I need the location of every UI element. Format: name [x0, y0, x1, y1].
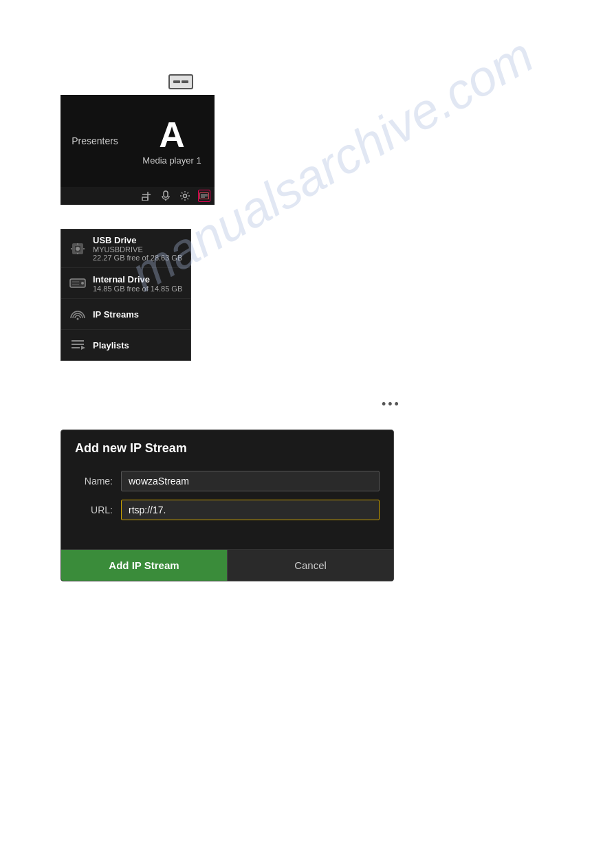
svg-point-16	[77, 318, 79, 320]
internal-size: 14.85 GB free of 14.85 GB	[93, 285, 182, 293]
crop-icon[interactable]	[140, 190, 153, 202]
dialog-footer: Add IP Stream Cancel	[61, 549, 393, 581]
file-browser: USB Drive MYUSBDRIVE 22.27 GB free of 28…	[61, 229, 191, 361]
playlists-icon	[68, 335, 87, 355]
name-row: Name:	[75, 471, 380, 491]
url-input[interactable]	[121, 500, 380, 520]
cancel-button[interactable]: Cancel	[227, 550, 393, 581]
ipstreams-name: IP Streams	[93, 309, 139, 320]
media-title: Media player 1	[142, 155, 201, 166]
media-letter: A	[159, 117, 185, 153]
svg-rect-3	[164, 191, 168, 197]
svg-marker-20	[81, 346, 85, 350]
file-item-usb[interactable]: USB Drive MYUSBDRIVE 22.27 GB free of 28…	[61, 230, 190, 268]
url-row: URL:	[75, 500, 380, 520]
svg-point-11	[76, 247, 80, 251]
svg-point-13	[81, 282, 84, 285]
ip-streams-icon	[68, 304, 87, 324]
svg-rect-0	[142, 197, 148, 201]
file-item-internal[interactable]: Internal Drive 14.85 GB free of 14.85 GB	[61, 268, 190, 299]
more-options-dots[interactable]: •••	[382, 397, 401, 412]
mic-icon[interactable]	[160, 190, 172, 202]
usb-name: USB Drive	[93, 235, 182, 245]
usb-icon	[68, 239, 87, 258]
add-ip-stream-button[interactable]: Add IP Stream	[61, 550, 227, 581]
usb-sub: MYUSBDRIVE	[93, 245, 182, 254]
url-label: URL:	[75, 504, 113, 515]
settings-icon[interactable]	[179, 190, 191, 202]
usb-size: 22.27 GB free of 28.63 GB	[93, 254, 182, 262]
add-ip-stream-dialog: Add new IP Stream Name: URL: Add IP Stre…	[61, 430, 394, 581]
name-input[interactable]	[121, 471, 380, 491]
dialog-title: Add new IP Stream	[61, 430, 393, 464]
media-player-icon[interactable]	[198, 190, 210, 202]
presenters-label: Presenters	[61, 95, 129, 187]
name-label: Name:	[75, 476, 113, 487]
file-item-ipstreams[interactable]: IP Streams	[61, 299, 190, 330]
internal-drive-icon	[68, 274, 87, 293]
file-item-playlists[interactable]: Playlists	[61, 330, 190, 360]
svg-point-5	[184, 194, 187, 198]
internal-name: Internal Drive	[93, 274, 182, 285]
toolbar-area	[168, 74, 193, 89]
toolbar-icon[interactable]	[168, 74, 193, 89]
media-panel: Presenters A Media player 1	[61, 95, 215, 205]
playlists-name: Playlists	[93, 340, 129, 350]
